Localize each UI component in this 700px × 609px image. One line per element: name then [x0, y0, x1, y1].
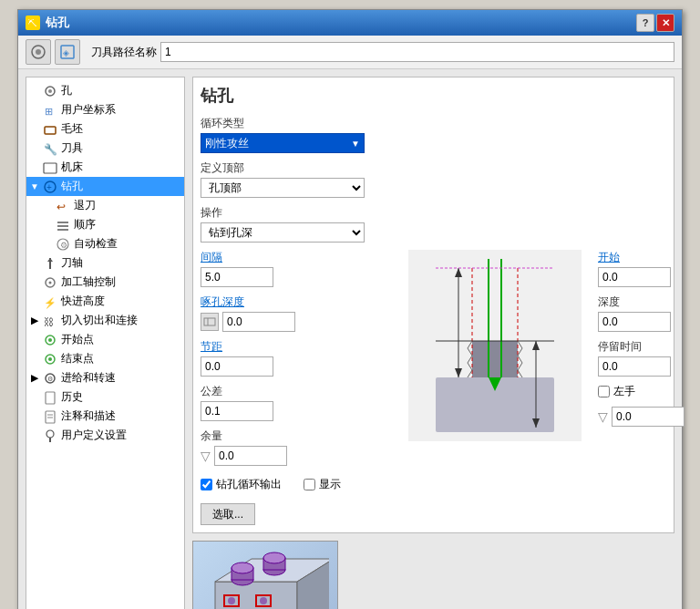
clearance-input[interactable]	[201, 267, 273, 287]
tree-icon-holes	[43, 84, 57, 98]
tree-item-drillhole[interactable]: ▼+钻孔	[26, 177, 184, 196]
step-input[interactable]	[201, 356, 273, 377]
tree-label-axis-ctrl: 加工轴控制	[61, 274, 116, 290]
tree-icon-history	[43, 390, 57, 405]
remain-input1[interactable]	[214, 446, 287, 466]
svg-text:+: +	[46, 182, 52, 192]
dwell-input[interactable]	[598, 356, 671, 377]
center-diagram	[408, 250, 591, 444]
select-btn-area: 选取...	[201, 503, 666, 525]
svg-rect-40	[472, 341, 518, 377]
output-checkbox[interactable]	[201, 479, 212, 490]
svg-text:◈: ◈	[63, 48, 69, 57]
tree-icon-machine	[43, 160, 57, 175]
tree-expand-axis	[30, 259, 39, 268]
tree-icon-feed: ⚙	[43, 371, 57, 386]
tree-item-user-def[interactable]: 用户定义设置	[26, 426, 184, 445]
tree-label-user-coord: 用户坐标系	[61, 102, 116, 118]
tree-item-machine[interactable]: 机床	[26, 158, 184, 177]
tree-icon-end	[43, 352, 57, 366]
tree-item-history[interactable]: 历史	[26, 387, 184, 407]
tree-item-tool[interactable]: 🔧刀具	[26, 139, 184, 158]
svg-rect-7	[45, 127, 56, 134]
define-top-select[interactable]: 孔顶部	[201, 178, 365, 198]
display-row: 显示	[304, 477, 341, 492]
tree-icon-axis-ctrl	[43, 275, 57, 290]
tolerance-label: 公差	[201, 384, 401, 399]
toolbar-icon-2[interactable]: ◈	[55, 39, 80, 65]
tree-icon-start	[43, 333, 57, 347]
tree-label-axis: 刀轴	[61, 255, 83, 271]
main-window: ⛏ 钻孔 ? ✕ ◈ 刀具路径名称 孔⊞用户坐标系毛坯🔧刀具机床▼+钻孔↩退刀顺…	[17, 9, 683, 609]
tree-item-user-coord[interactable]: ⊞用户坐标系	[26, 100, 184, 119]
tree-expand-link: ▶	[30, 316, 39, 325]
tree-expand-machine	[30, 163, 39, 172]
tree-item-notes[interactable]: 注释和描述	[26, 407, 184, 426]
remain-icon1: ▽	[201, 449, 211, 463]
tree-item-order[interactable]: 顺序	[26, 215, 184, 234]
select-button[interactable]: 选取...	[201, 503, 255, 525]
svg-rect-9	[44, 163, 57, 173]
cycle-type-value: 刚性攻丝	[205, 136, 249, 151]
tree-expand-notes	[30, 412, 39, 421]
left-hand-label: 左手	[613, 384, 635, 399]
tree-item-autocheck[interactable]: ⚙自动检查	[26, 234, 184, 253]
clearance-label[interactable]: 间隔	[201, 250, 401, 265]
tree-item-rapid[interactable]: ⚡快进高度	[26, 292, 184, 311]
left-hand-checkbox[interactable]	[598, 386, 610, 397]
tree-item-feed[interactable]: ▶⚙进给和转速	[26, 368, 184, 387]
output-label: 钻孔循环输出	[216, 477, 282, 492]
svg-point-27	[48, 357, 52, 361]
path-name-input[interactable]	[160, 42, 674, 62]
cycle-type-dropdown[interactable]: 刚性攻丝 ▼	[201, 133, 365, 153]
tree-expand-history	[30, 393, 39, 402]
drill-depth-label[interactable]: 啄孔深度	[201, 294, 401, 310]
help-button[interactable]: ?	[636, 14, 654, 32]
remain-row: ▽	[201, 446, 401, 466]
drill-svg	[408, 250, 582, 441]
tree-item-start[interactable]: 开始点	[26, 330, 184, 349]
svg-text:⚡: ⚡	[44, 296, 57, 309]
tolerance-input[interactable]	[201, 401, 273, 421]
tree-expand-tool	[30, 144, 39, 153]
step-label[interactable]: 节距	[201, 339, 401, 355]
tree-item-axis-ctrl[interactable]: 加工轴控制	[26, 273, 184, 292]
drill-depth-row	[201, 312, 401, 332]
drill-depth-input[interactable]	[222, 312, 295, 332]
tree-expand-holes	[30, 87, 39, 96]
app-icon: ⛏	[26, 15, 40, 30]
tree-container: 孔⊞用户坐标系毛坯🔧刀具机床▼+钻孔↩退刀顺序⚙自动检查刀轴加工轴控制⚡快进高度…	[26, 81, 184, 445]
tree-item-end[interactable]: 结束点	[26, 349, 184, 368]
right-form: 开始 深度 停留时间	[598, 250, 685, 434]
tree-label-retract: 退刀	[74, 198, 96, 213]
remain-right-section: ▽	[598, 407, 685, 427]
tree-label-tool: 刀具	[61, 140, 83, 156]
tree-label-user-def: 用户定义设置	[61, 428, 127, 443]
tree-item-rough[interactable]: 毛坯	[26, 119, 184, 139]
tree-icon-order	[56, 218, 70, 232]
tree-expand-retract	[43, 201, 52, 211]
tree-item-link[interactable]: ▶⛓切入切出和连接	[26, 311, 184, 330]
title-bar: ⛏ 钻孔 ? ✕	[18, 10, 682, 36]
checkbox-row-bottom: 钻孔循环输出 显示	[201, 477, 666, 496]
start-label[interactable]: 开始	[598, 250, 685, 265]
svg-text:⚙: ⚙	[47, 376, 53, 382]
tree-item-holes[interactable]: 孔	[26, 81, 184, 100]
display-checkbox[interactable]	[304, 479, 315, 490]
tree-item-retract[interactable]: ↩退刀	[26, 196, 184, 215]
main-content: 孔⊞用户坐标系毛坯🔧刀具机床▼+钻孔↩退刀顺序⚙自动检查刀轴加工轴控制⚡快进高度…	[18, 69, 682, 609]
start-input[interactable]	[598, 267, 671, 287]
tree-expand-rapid	[30, 297, 39, 306]
depth-input[interactable]	[598, 312, 671, 332]
tree-label-holes: 孔	[61, 83, 72, 98]
toolbar-icon-1[interactable]	[26, 39, 51, 65]
tree-label-rapid: 快进高度	[61, 294, 105, 309]
preview-svg	[201, 550, 329, 609]
close-button[interactable]: ✕	[656, 14, 674, 32]
remain-input2[interactable]	[612, 407, 685, 427]
tree-item-axis[interactable]: 刀轴	[26, 253, 184, 273]
tree-label-autocheck: 自动检查	[74, 236, 118, 252]
drill-box: 钻孔 循环类型 刚性攻丝 ▼ 定义顶部 孔顶部	[192, 77, 674, 533]
operation-select[interactable]: 钻到孔深	[201, 222, 365, 243]
tolerance-section: 公差	[201, 384, 401, 421]
